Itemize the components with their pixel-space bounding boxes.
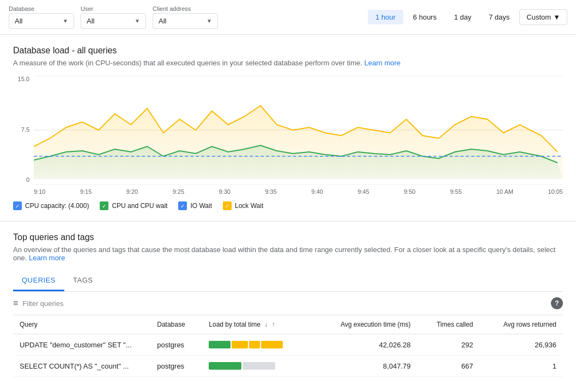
time-btn-1day[interactable]: 1 day — [446, 10, 479, 24]
client-value: All — [159, 17, 202, 25]
cell-times-called: 292 — [417, 334, 480, 356]
cell-database: postgres — [150, 356, 202, 377]
cell-avg-rows: 26,936 — [480, 334, 563, 356]
checkmark-icon-3: ✓ — [180, 203, 185, 209]
chart-area: 9:10 9:15 9:20 9:25 9:30 9:35 9:40 9:45 … — [34, 76, 563, 195]
col-query: Query — [13, 315, 150, 334]
database-filter: Database All ▼ — [9, 5, 74, 29]
client-select[interactable]: All ▼ — [153, 13, 218, 29]
x-label-11: 10:05 — [548, 188, 563, 195]
tab-queries[interactable]: QUERIES — [13, 271, 64, 291]
x-label-5: 9:35 — [265, 188, 276, 195]
queries-desc-text: An overview of the queries and tags that… — [13, 246, 555, 262]
cell-database: postgres — [150, 334, 202, 356]
user-value: All — [87, 17, 130, 25]
legend-cpu-wait-checkbox: ✓ — [100, 201, 108, 210]
col-load: Load by total time ↓ ↑ — [202, 315, 312, 334]
checkmark-icon-2: ✓ — [102, 203, 106, 209]
legend-cpu-wait[interactable]: ✓ CPU and CPU wait — [100, 201, 167, 210]
legend-cpu-wait-label: CPU and CPU wait — [112, 202, 167, 210]
tabs-container: QUERIES TAGS — [13, 271, 563, 292]
queries-title: Top queries and tags — [13, 232, 563, 242]
legend-io-wait[interactable]: ✓ IO Wait — [178, 201, 212, 210]
col-avg-exec: Avg execution time (ms) — [312, 315, 417, 334]
chart-svg — [34, 76, 563, 185]
custom-time-button[interactable]: Custom ▼ — [519, 9, 567, 25]
legend-lock-wait-checkbox: ✓ — [223, 201, 232, 210]
chart-learn-more-link[interactable]: Learn more — [365, 59, 401, 67]
queries-section: Top queries and tags An overview of the … — [0, 222, 576, 388]
chart-legend: ✓ CPU capacity: (4.000) ✓ CPU and CPU wa… — [13, 201, 563, 210]
col-database: Database — [150, 315, 202, 334]
chart-desc-text: A measure of the work (in CPU-seconds) t… — [13, 59, 362, 67]
table-header-row: Query Database Load by total time ↓ ↑ Av… — [13, 315, 563, 334]
filter-bar: Database All ▼ User All ▼ Client address… — [0, 0, 576, 35]
custom-label: Custom — [526, 13, 551, 21]
legend-cpu-capacity[interactable]: ✓ CPU capacity: (4.000) — [13, 201, 89, 210]
x-label-0: 9:10 — [34, 188, 45, 195]
col-avg-rows: Avg rows returned — [480, 315, 563, 334]
client-chevron-icon: ▼ — [207, 18, 212, 24]
chart-description: A measure of the work (in CPU-seconds) t… — [13, 59, 563, 67]
sort-up-icon[interactable]: ↑ — [272, 321, 275, 328]
queries-learn-more-link[interactable]: Learn more — [29, 254, 65, 262]
user-select[interactable]: All ▼ — [81, 13, 146, 29]
queries-table: Query Database Load by total time ↓ ↑ Av… — [13, 315, 563, 377]
cell-avg-exec: 8,047.79 — [312, 356, 417, 377]
y-axis: 15.0 7.5 0 — [13, 76, 34, 195]
filter-queries-placeholder[interactable]: Filter queries — [22, 299, 63, 308]
tab-tags[interactable]: TAGS — [64, 271, 101, 291]
filter-lines-icon: ≡ — [13, 298, 18, 308]
legend-io-wait-checkbox: ✓ — [178, 201, 187, 210]
database-chevron-icon: ▼ — [63, 18, 68, 24]
time-btn-7days[interactable]: 7 days — [481, 10, 517, 24]
database-value: All — [15, 17, 58, 25]
help-button[interactable]: ? — [551, 297, 563, 309]
col-times-called: Times called — [417, 315, 480, 334]
queries-description: An overview of the queries and tags that… — [13, 246, 563, 262]
x-label-9: 9:55 — [450, 188, 462, 195]
checkmark-icon-4: ✓ — [225, 203, 229, 209]
custom-chevron-icon: ▼ — [553, 13, 560, 21]
time-btn-6hours[interactable]: 6 hours — [405, 10, 444, 24]
database-select[interactable]: All ▼ — [9, 13, 74, 29]
legend-lock-wait-label: Lock Wait — [235, 202, 263, 210]
cell-query: UPDATE "demo_customer" SET "... — [13, 334, 150, 356]
legend-cpu-capacity-checkbox: ✓ — [13, 201, 22, 210]
time-btn-1hour[interactable]: 1 hour — [368, 10, 403, 24]
client-filter: Client address All ▼ — [153, 5, 218, 29]
y-min: 0 — [13, 176, 29, 183]
sort-down-icon[interactable]: ↓ — [264, 321, 268, 328]
time-range-buttons: 1 hour 6 hours 1 day 7 days Custom ▼ — [368, 9, 567, 25]
user-filter: User All ▼ — [81, 5, 146, 29]
x-axis: 9:10 9:15 9:20 9:25 9:30 9:35 9:40 9:45 … — [34, 186, 563, 195]
x-label-4: 9:30 — [219, 188, 231, 195]
cell-query: SELECT COUNT(*) AS "_count" ... — [13, 356, 150, 377]
x-label-6: 9:40 — [311, 188, 323, 195]
x-label-2: 9:20 — [126, 188, 138, 195]
col-load-label: Load by total time — [209, 321, 260, 328]
checkmark-icon: ✓ — [15, 203, 20, 209]
cell-avg-rows: 1 — [480, 356, 563, 377]
x-label-7: 9:45 — [357, 188, 369, 195]
legend-cpu-capacity-label: CPU capacity: (4.000) — [25, 202, 89, 210]
x-label-3: 9:25 — [173, 188, 184, 195]
cell-avg-exec: 42,026.28 — [312, 334, 417, 356]
cell-times-called: 667 — [417, 356, 480, 377]
chart-section: Database load - all queries A measure of… — [0, 35, 576, 222]
client-label: Client address — [153, 5, 218, 12]
database-label: Database — [9, 5, 74, 12]
table-row[interactable]: UPDATE "demo_customer" SET "...postgres4… — [13, 334, 563, 356]
table-row[interactable]: SELECT COUNT(*) AS "_count" ...postgres8… — [13, 356, 563, 377]
user-chevron-icon: ▼ — [135, 18, 140, 24]
x-label-10: 10 AM — [496, 188, 513, 195]
cell-load-bars — [202, 356, 312, 377]
chart-wrapper: 15.0 7.5 0 — [13, 76, 563, 195]
y-max: 15.0 — [13, 76, 29, 82]
legend-lock-wait[interactable]: ✓ Lock Wait — [223, 201, 263, 210]
x-label-8: 9:50 — [404, 188, 415, 195]
y-mid: 7.5 — [13, 126, 29, 133]
chart-title: Database load - all queries — [13, 46, 563, 56]
x-label-1: 9:15 — [80, 188, 92, 195]
user-label: User — [81, 5, 146, 12]
